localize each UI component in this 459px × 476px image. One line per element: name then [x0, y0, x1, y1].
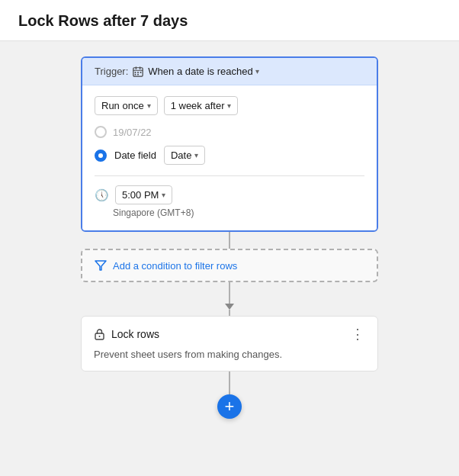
run-once-chevron-icon: ▾ — [147, 101, 151, 110]
calendar-icon — [133, 66, 143, 77]
trigger-header: Trigger: When a date is reached ▾ — [82, 58, 377, 85]
main-content: Trigger: When a date is reached ▾ — [0, 41, 459, 434]
week-after-label: 1 week after — [171, 100, 225, 111]
timezone-label: Singapore (GMT+8) — [113, 207, 364, 218]
lock-description: Prevent sheet users from making changes. — [94, 347, 365, 360]
date-placeholder: 19/07/22 — [113, 127, 152, 138]
week-after-chevron-icon: ▾ — [227, 101, 231, 110]
date-field-dropdown[interactable]: Date ▾ — [164, 146, 205, 165]
trigger-body: Run once ▾ 1 week after ▾ 19/07/22 Date … — [82, 85, 377, 230]
arrow-down-icon — [225, 304, 234, 310]
connector-4 — [229, 371, 230, 394]
trigger-label: Trigger: — [95, 66, 128, 77]
page-title: Lock Rows after 7 days — [18, 12, 441, 30]
date-dropdown-label: Date — [171, 150, 191, 161]
filter-link[interactable]: Add a condition to filter rows — [113, 260, 237, 272]
more-options-icon[interactable]: ⋮ — [351, 327, 365, 341]
page-header: Lock Rows after 7 days — [0, 0, 459, 41]
specific-date-radio[interactable] — [95, 126, 107, 138]
connector-1 — [229, 232, 230, 249]
time-label: 5:00 PM — [122, 189, 159, 201]
week-after-dropdown[interactable]: 1 week after ▾ — [164, 96, 239, 115]
svg-rect-7 — [135, 73, 136, 75]
trigger-value-text: When a date is reached — [148, 66, 252, 77]
trigger-frequency-row: Run once ▾ 1 week after ▾ — [95, 96, 364, 115]
filter-icon — [95, 259, 107, 272]
svg-rect-4 — [135, 72, 136, 73]
time-dropdown[interactable]: 5:00 PM ▾ — [115, 185, 172, 204]
trigger-chevron-icon: ▾ — [255, 67, 259, 76]
add-button[interactable]: + — [217, 394, 242, 419]
divider — [95, 175, 364, 176]
clock-icon: 🕔 — [95, 188, 109, 202]
svg-rect-6 — [140, 72, 142, 73]
run-once-dropdown[interactable]: Run once ▾ — [95, 96, 158, 115]
date-field-radio[interactable] — [95, 150, 107, 162]
lock-block-title-row: Lock rows — [94, 328, 159, 340]
specific-date-row[interactable]: 19/07/22 — [95, 126, 364, 138]
lock-block-header: Lock rows ⋮ — [94, 327, 365, 341]
connector-3 — [229, 310, 230, 316]
time-row: 🕔 5:00 PM ▾ — [95, 185, 364, 204]
svg-point-11 — [99, 336, 101, 337]
svg-rect-8 — [137, 73, 139, 75]
time-chevron-icon: ▾ — [162, 191, 165, 199]
trigger-block: Trigger: When a date is reached ▾ — [81, 56, 378, 232]
date-field-label: Date field — [114, 150, 156, 161]
lock-icon — [94, 328, 105, 340]
connector-2 — [229, 282, 230, 304]
trigger-value[interactable]: When a date is reached ▾ — [148, 66, 258, 77]
svg-rect-5 — [137, 72, 139, 73]
date-dropdown-chevron-icon: ▾ — [194, 151, 198, 159]
svg-marker-9 — [95, 261, 106, 270]
lock-block: Lock rows ⋮ Prevent sheet users from mak… — [81, 316, 378, 371]
lock-title: Lock rows — [111, 328, 159, 340]
run-once-label: Run once — [101, 100, 144, 111]
filter-block[interactable]: Add a condition to filter rows — [81, 249, 378, 282]
date-field-row: Date field Date ▾ — [95, 146, 364, 165]
